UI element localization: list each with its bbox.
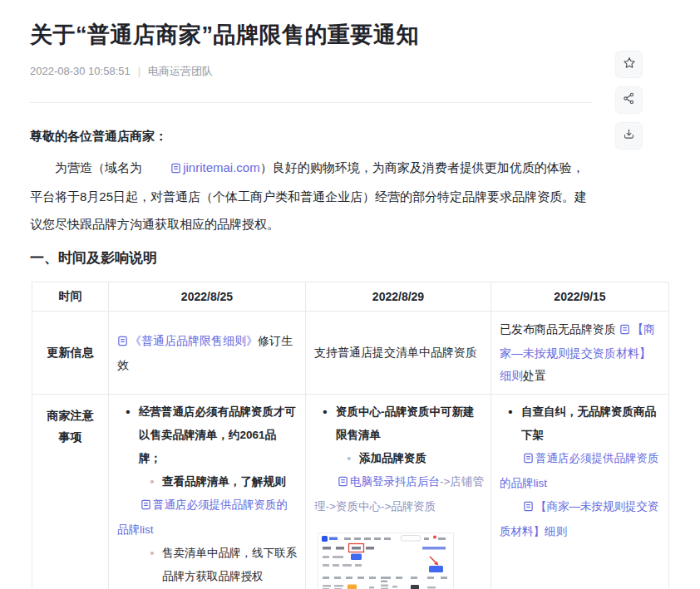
header-divider <box>30 102 592 103</box>
document-link-icon <box>511 449 534 472</box>
domain-link[interactable]: jinritemai.com <box>145 160 260 174</box>
cell-notes-0829: •资质中心-品牌资质中可新建限售清单 ◦添加品牌资质 电脑登录抖店后台->店铺管… <box>306 395 491 589</box>
publish-datetime: 2022-08-30 10:58:51 <box>30 65 131 77</box>
list-item: ◦查看品牌清单，了解规则 <box>116 470 298 493</box>
star-icon <box>622 56 637 74</box>
document-link-icon <box>326 472 348 495</box>
list-item: ◦售卖清单中品牌，线下联系品牌方获取品牌授权 <box>116 542 298 588</box>
author-name: 电商运营团队 <box>148 65 213 77</box>
list-item: •经营普通店必须有品牌资质才可以售卖品牌清单，约2061品牌； <box>116 400 298 470</box>
salutation: 尊敬的各位普通店商家： <box>30 129 670 145</box>
bullet-icon: • <box>500 400 521 447</box>
bullet-icon: ◦ <box>142 470 162 493</box>
cell-update-0829: 支持普通店提交清单中品牌资质 <box>306 312 491 395</box>
list-item: •资质中心-品牌资质中可新建限售清单 <box>313 400 484 447</box>
cell-notes-0825: •经营普通店必须有品牌资质才可以售卖品牌清单，约2061品牌； ◦查看品牌清单，… <box>109 395 306 589</box>
brand-list-link[interactable]: 普通店必须提供品牌资质的品牌list <box>117 498 288 536</box>
timeline-table: 时间 2022/8/25 2022/8/29 2022/9/15 更新信息 《普… <box>32 282 669 589</box>
cell-update-0825: 《普通店品牌限售细则》修订生效 <box>109 312 306 395</box>
share-icon <box>622 91 636 109</box>
document-link-icon <box>511 497 534 520</box>
list-item: 【商家—未按规则提交资质材料】细则 <box>498 495 662 543</box>
download-button[interactable] <box>615 122 643 150</box>
bullet-icon: • <box>117 400 139 470</box>
table-header-row: 时间 2022/8/25 2022/8/29 2022/9/15 <box>32 282 669 312</box>
bullet-icon: ◦ <box>339 447 359 470</box>
bullet-icon: • <box>314 400 336 447</box>
floating-action-bar <box>615 51 643 150</box>
table-row-update-info: 更新信息 《普通店品牌限售细则》修订生效 支持普通店提交清单中品牌资质 已发布商… <box>32 312 669 395</box>
favorite-button[interactable] <box>615 51 643 78</box>
table-row-merchant-notes: 商家注意事项 •经营普通店必须有品牌资质才可以售卖品牌清单，约2061品牌； ◦… <box>32 395 669 589</box>
header-date-0829: 2022/8/29 <box>306 282 491 312</box>
cell-notes-0915: •自查自纠，无品牌资质商品下架 普通店必须提供品牌资质的品牌list 【商家—未… <box>491 395 669 589</box>
share-button[interactable] <box>615 86 643 114</box>
cell-update-0915: 已发布商品无品牌资质 【商家—未按规则提交资质材料】细则处置 <box>491 312 669 395</box>
bullet-icon: ◦ <box>142 542 162 588</box>
intro-paragraph: 为营造（域名为 jinritemai.com）良好的购物环境，为商家及消费者提供… <box>30 154 594 238</box>
row-label-update: 更新信息 <box>32 312 109 395</box>
document-link-icon <box>129 495 151 518</box>
document-link-icon <box>117 331 128 354</box>
page-title: 关于“普通店商家”品牌限售的重要通知 <box>30 20 670 50</box>
backend-login-link[interactable]: 电脑登录抖店后台 <box>326 475 440 488</box>
list-item: 普通店必须提供品牌资质的品牌list <box>116 493 298 542</box>
rules-detail-link[interactable]: 《普通店品牌限售细则》 <box>117 334 258 347</box>
header-date-0915: 2022/9/15 <box>491 282 669 312</box>
list-item: ◦添加品牌资质 <box>313 447 484 470</box>
document-link-icon <box>145 155 181 183</box>
list-item: 普通店必须提供品牌资质的品牌list <box>498 447 662 495</box>
list-item: 电脑登录抖店后台->店铺管理->资质中心->品牌资质 <box>313 470 484 518</box>
download-icon <box>622 127 636 145</box>
embedded-screenshot-qualification-page <box>318 533 454 589</box>
article-meta: 2022-08-30 10:58:51|电商运营团队 <box>30 64 670 79</box>
violation-rule-link[interactable]: 【商家—未按规则提交资质材料】细则 <box>500 500 659 537</box>
document-link-icon <box>619 320 630 342</box>
list-item: •自查自纠，无品牌资质商品下架 <box>498 400 662 447</box>
section-heading: 一、时间及影响说明 <box>30 248 670 268</box>
article: 关于“普通店商家”品牌限售的重要通知 2022-08-30 10:58:51|电… <box>0 20 700 589</box>
meta-separator: | <box>138 65 140 77</box>
header-date-0825: 2022/8/25 <box>109 282 306 312</box>
header-time: 时间 <box>32 282 109 312</box>
brand-list-link[interactable]: 普通店必须提供品牌资质的品牌list <box>500 452 659 489</box>
row-label-notes: 商家注意事项 <box>32 395 109 589</box>
